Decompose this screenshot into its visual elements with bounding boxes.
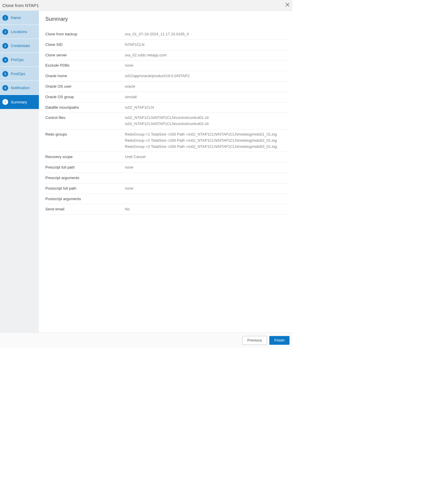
wizard-step-credentials[interactable]: 3 Credentials [0,39,39,53]
summary-row-postscript-arguments: Postscript arguments [45,194,288,205]
summary-key: Oracle OS group [45,94,125,100]
main-panel: Summary Clone from backup ora_01_07-18-2… [39,11,292,332]
step-number: 1 [2,15,8,21]
dialog-body: 1 Name 2 Locations 3 Credentials 4 PreOp… [0,11,292,332]
step-label: PreOps [11,58,24,62]
dialog-header: Clone from NTAP1 [0,0,292,11]
summary-key: Clone server [45,52,125,58]
step-number: 3 [2,43,8,49]
step-label: Summary [11,100,27,104]
step-number: 4 [2,57,8,63]
dialog-footer: Previous Finish [0,332,292,348]
dialog-title: Clone from NTAP1 [2,3,39,8]
summary-key: Prescript arguments [45,175,125,181]
summary-key: Clone from backup [45,31,125,37]
summary-value: ora_01_07-18-2024_11.17.20.8165_0 [125,31,189,37]
summary-row-oracle-home: Oracle home /u01/app/oracle/product/19.0… [45,71,288,82]
summary-key: Oracle OS user [45,84,125,90]
summary-row-clone-server: Clone server ora_02.sddc.netapp.com [45,50,288,61]
summary-row-clone-sid: Clone SID NTAP1CLN [45,40,288,50]
step-number: 6 [2,85,8,91]
summary-row-exclude-pdbs: Exclude PDBs none [45,60,288,71]
page-title: Summary [45,16,288,22]
summary-value: /u02_NTAP1CLN [125,105,154,111]
wizard-step-locations[interactable]: 2 Locations [0,25,39,39]
wizard-step-preops[interactable]: 4 PreOps [0,53,39,67]
step-number: 7 [2,99,8,105]
summary-row-oracle-os-user: Oracle OS user oracle [45,82,288,92]
step-number: 2 [2,29,8,35]
summary-row-prescript-arguments: Prescript arguments [45,173,288,183]
summary-value: oinstall [125,94,137,100]
summary-row-redo-groups: Redo groups RedoGroup =1 TotalSize =200 … [45,129,288,152]
wizard-step-notification[interactable]: 6 Notification [0,81,39,95]
previous-button[interactable]: Previous [242,336,267,345]
summary-value: none [125,63,133,69]
step-label: Notification [11,86,30,90]
summary-value: No [125,206,130,212]
summary-row-datafile-mountpaths: Datafile mountpaths /u02_NTAP1CLN [45,103,288,113]
summary-row-prescript-full-path: Prescript full path none [45,162,288,173]
summary-key: Control files [45,115,125,127]
summary-value: none [125,186,133,192]
finish-button[interactable]: Finish [269,336,289,345]
summary-key: Redo groups [45,131,125,150]
wizard-step-postops[interactable]: 5 PostOps [0,67,39,81]
summary-key: Clone SID [45,42,125,48]
summary-key: Oracle home [45,73,125,79]
step-label: PostOps [11,72,25,76]
wizard-sidebar: 1 Name 2 Locations 3 Credentials 4 PreOp… [0,11,39,332]
step-number: 5 [2,71,8,77]
wizard-step-name[interactable]: 1 Name [0,11,39,25]
summary-value: /u01/app/oracle/product/19.0.0/NTAP2 [125,73,189,79]
summary-value: none [125,164,133,171]
summary-value: Until Cancel [125,154,145,160]
summary-key: Postscript arguments [45,196,125,202]
summary-value: NTAP1CLN [125,42,144,48]
summary-key: Datafile mountpaths [45,105,125,111]
summary-key: Exclude PDBs [45,63,125,69]
wizard-step-summary[interactable]: 7 Summary [0,95,39,109]
summary-value: /u02_NTAP1CLN/NTAP1CLN/control/control01… [125,115,208,127]
summary-row-control-files: Control files /u02_NTAP1CLN/NTAP1CLN/con… [45,113,288,129]
summary-key: Recovery scope [45,154,125,160]
step-label: Name [11,15,21,20]
summary-key: Prescript full path [45,164,125,171]
summary-row-postscript-full-path: Postscript full path none [45,183,288,194]
summary-value: ora_02.sddc.netapp.com [125,52,167,58]
summary-key: Postscript full path [45,186,125,192]
summary-key: Send email [45,206,125,212]
step-label: Locations [11,30,27,34]
step-label: Credentials [11,44,30,48]
summary-value: oracle [125,84,135,90]
summary-row-clone-from-backup: Clone from backup ora_01_07-18-2024_11.1… [45,29,288,40]
close-icon[interactable] [285,3,289,8]
summary-row-recovery-scope: Recovery scope Until Cancel [45,152,288,162]
summary-value: RedoGroup =1 TotalSize =200 Path =/u02_N… [125,131,277,150]
summary-row-send-email: Send email No [45,204,288,215]
summary-row-oracle-os-group: Oracle OS group oinstall [45,92,288,103]
